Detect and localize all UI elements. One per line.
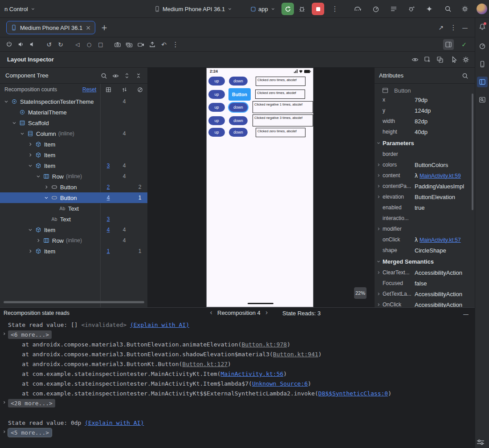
previous-recomposition-icon[interactable]: ‹ <box>208 309 215 317</box>
attribute-row[interactable]: Focusedfalse <box>375 278 475 289</box>
device-selector[interactable]: Medium Phone API 36.1 <box>152 4 234 14</box>
up-button[interactable]: up <box>208 90 225 99</box>
attribute-row[interactable]: contentPa...PaddingValuesImpl <box>375 181 475 191</box>
app-insights-icon[interactable] <box>406 4 417 14</box>
tab-medium-phone[interactable]: Medium Phone API 36.1 × <box>6 21 95 34</box>
device-mirror-toggle[interactable] <box>443 39 454 50</box>
tree-row-item[interactable]: Item 1 1 <box>0 246 147 257</box>
chevron-right-icon[interactable] <box>375 194 382 200</box>
tree-row-row[interactable]: Row (inline) 4 <box>0 171 147 182</box>
source-location-link[interactable]: MainActivity.kt:59 <box>420 173 460 179</box>
tree-row-button[interactable]: Button 2 2 <box>0 182 147 192</box>
add-tab-icon[interactable]: + <box>99 22 110 33</box>
visibility-options-icon[interactable] <box>410 54 420 65</box>
expand-fold-icon[interactable] <box>2 331 7 336</box>
down-button-selected[interactable]: down <box>229 103 248 112</box>
attributes-search-icon[interactable] <box>460 70 470 81</box>
attribute-row[interactable]: GetTextLa...AccessibilityAction <box>375 289 475 299</box>
recomposition-column-icon[interactable] <box>103 84 114 95</box>
attribute-row[interactable]: border <box>375 149 475 159</box>
tree-row-column[interactable]: Column (inline) 4 <box>0 128 147 139</box>
tree-row-text[interactable]: Ab Text 3 <box>0 214 147 224</box>
chevron-right-icon[interactable] <box>27 141 34 148</box>
tree-visibility-icon[interactable] <box>110 70 121 81</box>
expand-fold-icon[interactable] <box>2 429 7 434</box>
merged-semantics-section-header[interactable]: Merged Semantics <box>375 256 475 267</box>
tree-row-theme[interactable]: StateInspectionTesterTheme 4 <box>0 96 147 107</box>
pressed-button[interactable]: Button <box>228 88 251 101</box>
click-count-text[interactable]: Clicked zero times, abcdef <box>255 90 305 99</box>
chevron-right-icon[interactable] <box>375 226 382 232</box>
up-button[interactable]: up <box>208 116 225 125</box>
attribute-row[interactable]: OnClickAccessibilityAction <box>375 299 475 307</box>
tree-row-item[interactable]: Item <box>0 139 147 150</box>
attributes-scrollbar[interactable] <box>472 94 473 210</box>
volume-down-icon[interactable] <box>27 39 37 50</box>
chevron-right-icon[interactable] <box>375 172 382 179</box>
app-inspection-icon[interactable] <box>477 94 488 105</box>
chevron-right-icon[interactable] <box>35 237 42 244</box>
attribute-row[interactable]: ClearText...AccessibilityAction <box>375 267 475 278</box>
tree-row-text[interactable]: Ab Text <box>0 203 147 214</box>
folded-frames-chip[interactable]: <6 more...> <box>8 330 52 339</box>
console-minimize-icon[interactable]: — <box>460 309 471 319</box>
attribute-row[interactable]: y124dp <box>375 105 475 116</box>
android-home-icon[interactable]: ○ <box>84 39 94 50</box>
tab-more-icon[interactable]: ⋮ <box>448 22 459 33</box>
rotate-right-icon[interactable]: ↻ <box>55 39 66 50</box>
chevron-down-icon[interactable] <box>3 98 10 105</box>
up-button[interactable]: up <box>208 77 225 86</box>
chevron-right-icon[interactable] <box>375 269 382 276</box>
down-button[interactable]: down <box>229 77 248 86</box>
attribute-row[interactable]: interactio... <box>375 213 475 224</box>
tree-row-button-selected[interactable]: Button 4 1 <box>0 192 147 203</box>
explain-with-ai-link[interactable]: (Explain with AI) <box>130 322 189 328</box>
run-configuration-selector[interactable]: app <box>249 4 277 14</box>
tree-row-materialtheme[interactable]: MaterialTheme <box>0 107 147 118</box>
screen-record-icon[interactable] <box>135 39 146 50</box>
chevron-down-icon[interactable] <box>43 194 50 201</box>
chevron-right-icon[interactable] <box>375 183 382 189</box>
skip-count-column-icon[interactable] <box>119 84 130 95</box>
stack-frame-link[interactable]: D8$$SyntheticClass:0 <box>318 390 388 397</box>
chevron-right-icon[interactable] <box>27 248 34 255</box>
stack-frame-link[interactable]: Unknown Source:6 <box>252 380 308 387</box>
attribute-row[interactable]: height40dp <box>375 126 475 137</box>
reset-counts-link[interactable]: Reset <box>82 86 96 93</box>
emulator-more-icon[interactable]: ⋮ <box>170 39 181 50</box>
profiler-tool-icon[interactable] <box>477 41 488 52</box>
source-location-link[interactable]: MainActivity.kt:57 <box>420 237 460 243</box>
sync-icon[interactable]: ↶ <box>159 39 169 50</box>
attribute-row[interactable]: x79dp <box>375 94 475 105</box>
expand-all-icon[interactable] <box>122 70 132 81</box>
tree-search-icon[interactable] <box>98 70 109 81</box>
layers-icon[interactable] <box>435 54 445 65</box>
up-button[interactable]: up <box>208 103 225 112</box>
tree-row-row[interactable]: Row (inline) 4 <box>0 235 147 246</box>
vcs-widget[interactable]: n Control <box>3 4 37 14</box>
running-devices-icon[interactable] <box>477 59 488 69</box>
select-mode-icon[interactable] <box>449 54 460 65</box>
attribute-row[interactable]: shapeCircleShape <box>375 245 475 256</box>
chevron-right-icon[interactable] <box>375 291 382 297</box>
click-count-text[interactable]: Clicked zero times, abcdef <box>256 128 306 137</box>
attribute-row[interactable]: enabledtrue <box>375 202 475 213</box>
attribute-row[interactable]: width82dp <box>375 116 475 126</box>
tree-horizontal-scrollbar[interactable] <box>4 301 144 303</box>
power-icon[interactable] <box>4 39 14 50</box>
notifications-icon[interactable] <box>477 21 488 32</box>
close-icon[interactable]: × <box>86 24 91 31</box>
chevron-right-icon[interactable] <box>43 183 50 191</box>
chevron-down-icon[interactable] <box>27 226 34 233</box>
folded-frames-chip-selected[interactable]: <5 more...> <box>8 428 52 437</box>
attribute-row[interactable]: modifier <box>375 224 475 234</box>
chevron-down-icon[interactable] <box>375 258 382 265</box>
chevron-down-icon[interactable] <box>11 119 18 126</box>
layout-inspector-tool-icon[interactable] <box>477 77 488 87</box>
chevron-right-icon[interactable] <box>27 151 34 159</box>
chevron-right-icon[interactable] <box>375 301 382 307</box>
screenshot-multi-icon[interactable] <box>124 39 134 50</box>
chevron-down-icon[interactable] <box>35 173 42 180</box>
collapse-all-icon[interactable] <box>133 70 144 81</box>
run-more-options-icon[interactable]: ⋮ <box>330 4 340 14</box>
